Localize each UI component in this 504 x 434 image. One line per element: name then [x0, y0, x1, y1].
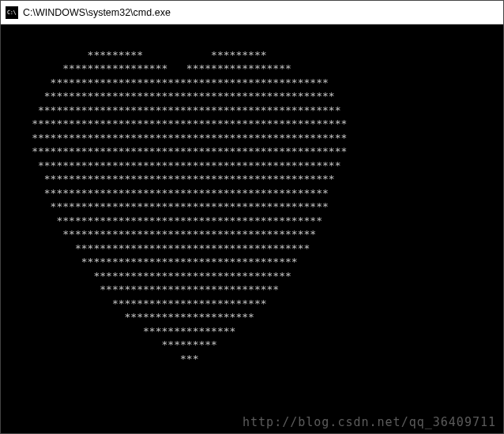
cmd-icon: C:\: [6, 6, 18, 19]
titlebar[interactable]: C:\ C:\WINDOWS\system32\cmd.exe: [1, 1, 503, 24]
terminal-output[interactable]: ********* ********* ***************** **…: [1, 24, 503, 433]
window-title: C:\WINDOWS\system32\cmd.exe: [23, 7, 171, 18]
cmd-window: C:\ C:\WINDOWS\system32\cmd.exe ********…: [0, 0, 504, 434]
